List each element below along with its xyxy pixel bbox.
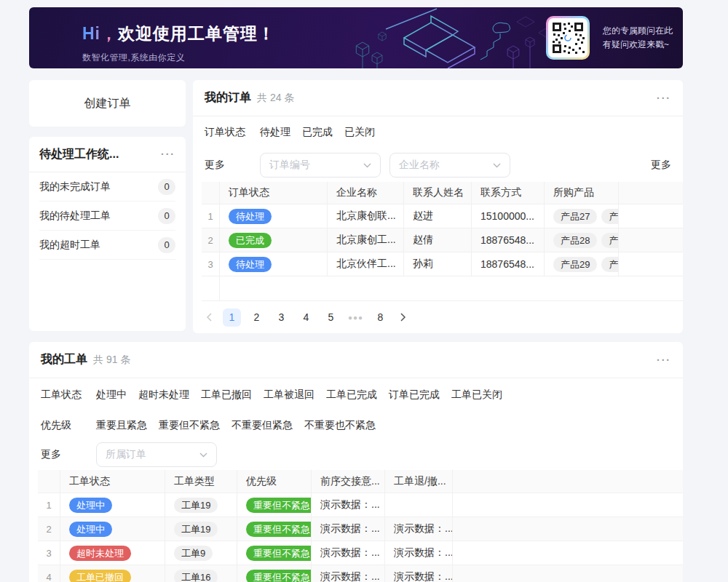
phone-cell: 18876548...	[472, 228, 545, 252]
table-row[interactable]: 4 工单已撤回 工单16 重要但不紧急 演示数据：... 演示数据：...	[38, 565, 683, 582]
pagination-prev-icon[interactable]	[202, 308, 216, 327]
page-5[interactable]: 5	[322, 308, 340, 327]
welcome-banner: Hi，欢迎使用工单管理！ 数智化管理,系统由你定义	[29, 7, 683, 68]
contact-cell: 赵倩	[404, 228, 472, 252]
row-index: 1	[202, 204, 220, 228]
table-row[interactable]: 2 已完成 北京康创工... 赵倩 18876548... 产品28产品	[202, 228, 683, 252]
stats-item-pending-tickets[interactable]: 我的待处理工单 0	[39, 202, 175, 231]
filter-option-closed[interactable]: 已关闭	[344, 126, 375, 139]
stats-item-overdue-tickets[interactable]: 我的超时工单 0	[39, 231, 175, 260]
product-tag: 产品29	[553, 257, 597, 272]
order-number-select[interactable]: 订单编号	[260, 153, 381, 178]
page-2[interactable]: 2	[248, 308, 266, 327]
col-handover-note: 前序交接意...	[312, 470, 385, 493]
filter-option-important-urgent[interactable]: 重要且紧急	[96, 419, 147, 432]
priority-filter-label: 优先级	[41, 419, 87, 432]
pending-stats-card: 待处理工作统... ··· 我的未完成订单 0 我的待处理工单 0 我的超时工单…	[29, 137, 186, 331]
orders-more-icon[interactable]: ···	[657, 93, 671, 103]
filter-option-not-important-not-urgent[interactable]: 不重要也不紧急	[304, 419, 376, 432]
orders-table-header: 订单状态 企业名称 联系人姓名 联系方式 所购产品	[202, 182, 683, 204]
parent-order-select[interactable]: 所属订单	[96, 442, 217, 467]
table-row[interactable]: 3 超时未处理 工单9 重要但不紧急 演示数据：... 演示数据：...	[38, 541, 683, 565]
row-index: 1	[38, 493, 60, 517]
handover-cell: 演示数据：...	[312, 493, 385, 517]
qr-code	[546, 16, 590, 60]
table-row[interactable]: 1 处理中 工单19 重要但不紧急 演示数据：...	[38, 493, 683, 517]
page-3[interactable]: 3	[272, 308, 290, 327]
withdraw-cell	[385, 493, 453, 517]
ticket-type-tag: 工单19	[174, 522, 218, 537]
filter-option-processing[interactable]: 处理中	[96, 388, 127, 402]
status-badge: 超时未处理	[69, 546, 131, 561]
status-badge: 已完成	[229, 233, 272, 248]
order-status-filter-label: 订单状态	[205, 126, 251, 139]
company-name-select[interactable]: 企业名称	[389, 153, 510, 178]
filter-option-order-done[interactable]: 订单已完成	[389, 388, 440, 402]
chevron-down-icon	[363, 163, 371, 168]
tickets-more-icon[interactable]: ···	[657, 355, 671, 365]
banner-title-rest: 欢迎使用工单管理！	[118, 24, 275, 43]
status-badge: 处理中	[69, 498, 112, 513]
product-tag: 产品	[601, 257, 619, 272]
my-orders-panel: 我的订单 共 24 条 ··· 订单状态 待处理 已完成 已关闭 更多 订单编号…	[193, 80, 683, 333]
page-8[interactable]: 8	[371, 308, 389, 327]
ticket-type-tag: 工单9	[174, 546, 213, 561]
priority-badge: 重要但不紧急	[246, 570, 312, 582]
orders-table: 订单状态 企业名称 联系人姓名 联系方式 所购产品 1 待处理 北京康创联...…	[202, 182, 683, 301]
table-row[interactable]: 3 待处理 北京伙伴工... 孙莉 18876548... 产品29产品	[202, 252, 683, 276]
stats-item-label: 我的超时工单	[39, 239, 100, 252]
filter-option-completed[interactable]: 已完成	[302, 126, 333, 139]
company-cell: 北京康创联...	[328, 204, 404, 228]
contact-cell: 孙莉	[404, 252, 472, 276]
handover-cell: 演示数据：...	[312, 517, 385, 541]
filter-option-returned[interactable]: 工单被退回	[264, 388, 314, 402]
stats-item-unfinished-orders[interactable]: 我的未完成订单 0	[39, 172, 175, 202]
stats-item-label: 我的待处理工单	[39, 210, 111, 223]
phone-cell: 18876548...	[472, 252, 545, 276]
tickets-table: 工单状态 工单类型 优先级 前序交接意... 工单退/撤... 1 处理中 工单…	[38, 470, 683, 582]
filter-option-not-important-urgent[interactable]: 不重要但紧急	[232, 419, 293, 432]
status-badge: 待处理	[229, 209, 272, 224]
page-4[interactable]: 4	[297, 308, 315, 327]
priority-badge: 重要但不紧急	[246, 546, 312, 561]
table-row[interactable]: 1 待处理 北京康创联... 赵进 15100000... 产品27产品	[202, 204, 683, 228]
pagination-next-icon[interactable]	[396, 308, 411, 327]
isometric-illustration	[342, 7, 561, 68]
more-filters-label: 更多	[41, 448, 87, 461]
filter-option-ticket-done[interactable]: 工单已完成	[326, 388, 377, 402]
col-withdraw-note: 工单退/撤...	[385, 470, 453, 493]
page-1[interactable]: 1	[223, 308, 241, 327]
filter-option-pending[interactable]: 待处理	[260, 126, 290, 139]
create-order-card[interactable]: 创建订单	[29, 80, 186, 127]
banner-title: Hi，欢迎使用工单管理！	[82, 23, 275, 45]
filter-option-important-not-urgent[interactable]: 重要但不紧急	[159, 419, 220, 432]
stats-item-label: 我的未完成订单	[39, 180, 111, 194]
ticket-type-tag: 工单19	[174, 498, 218, 513]
qr-caption-line2: 有疑问欢迎来戳~	[603, 38, 673, 52]
col-order-status: 订单状态	[220, 182, 328, 204]
row-index: 3	[38, 541, 60, 565]
table-row[interactable]: 2 处理中 工单19 重要但不紧急 演示数据：... 演示数据：...	[38, 517, 683, 541]
expand-more-link[interactable]: 更多	[651, 159, 671, 172]
create-order-button[interactable]: 创建订单	[84, 96, 131, 111]
stats-more-icon[interactable]: ···	[161, 149, 175, 159]
chevron-down-icon	[199, 453, 207, 458]
tickets-panel-title: 我的工单	[41, 352, 87, 367]
orders-panel-title: 我的订单	[205, 90, 251, 105]
col-ticket-status: 工单状态	[60, 470, 165, 493]
filter-option-overdue[interactable]: 超时未处理	[138, 388, 189, 402]
contact-cell: 赵进	[404, 204, 472, 228]
stats-count-badge: 0	[158, 179, 175, 195]
company-cell: 北京伙伴工...	[328, 252, 404, 276]
tickets-table-header: 工单状态 工单类型 优先级 前序交接意... 工单退/撤...	[38, 470, 683, 493]
product-tag: 产品	[601, 233, 619, 248]
status-badge: 工单已撤回	[69, 570, 131, 582]
filter-option-withdrawn[interactable]: 工单已撤回	[201, 388, 252, 402]
handover-cell: 演示数据：...	[312, 565, 385, 582]
product-tag: 产品	[601, 209, 619, 224]
qr-caption: 您的专属顾问在此 有疑问欢迎来戳~	[603, 24, 673, 52]
status-badge: 处理中	[69, 522, 112, 537]
page-jump-ellipsis-icon[interactable]: ●●●	[347, 308, 365, 327]
filter-option-ticket-closed[interactable]: 工单已关闭	[451, 388, 502, 402]
col-contact-name: 联系人姓名	[404, 182, 472, 204]
